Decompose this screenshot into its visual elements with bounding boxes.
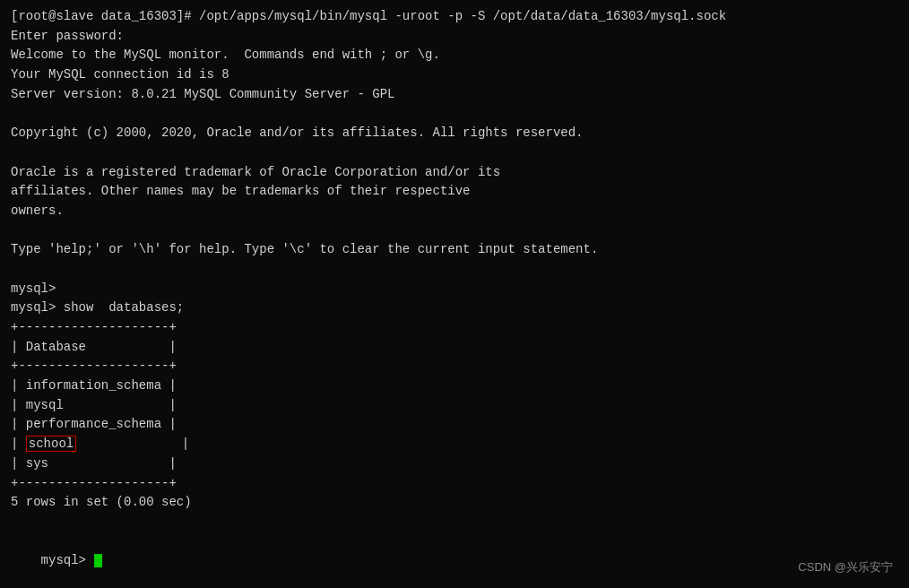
blank-line-3 [11, 221, 898, 241]
db-sys-row: | sys | [11, 454, 898, 474]
welcome-line: Welcome to the MySQL monitor. Commands e… [11, 46, 898, 65]
blank-line-2 [11, 143, 898, 163]
blank-line-5 [11, 513, 898, 532]
terminal-window: [root@slave data_16303]# /opt/apps/mysql… [0, 0, 909, 588]
oracle-line-2: affiliates. Other names may be trademark… [11, 182, 898, 202]
help-line: Type 'help;' or '\h' for help. Type '\c'… [11, 240, 898, 260]
copyright-line: Copyright (c) 2000, 2020, Oracle and/or … [11, 124, 898, 143]
db-information-schema: | information_schema | [11, 376, 898, 396]
final-mysql-prompt: mysql> [11, 532, 898, 588]
oracle-line-1: Oracle is a registered trademark of Orac… [11, 163, 898, 183]
blank-line-4 [11, 260, 898, 280]
mysql-prompt-empty: mysql> [11, 280, 898, 299]
watermark: CSDN @兴乐安宁 [798, 559, 893, 575]
server-version: Server version: 8.0.21 MySQL Community S… [11, 85, 898, 105]
oracle-line-3: owners. [11, 202, 898, 221]
table-border-top: +--------------------+ [11, 318, 898, 338]
school-highlight: school [26, 436, 76, 452]
db-performance-schema: | performance_schema | [11, 415, 898, 435]
db-mysql-row: | mysql | [11, 396, 898, 416]
cursor-block [94, 554, 102, 567]
show-databases-cmd: mysql> show databases; [11, 298, 898, 318]
blank-line-1 [11, 104, 898, 124]
table-header: | Database | [11, 338, 898, 358]
db-school-row: | school | [11, 435, 898, 454]
enter-password: Enter password: [11, 27, 898, 47]
connection-id: Your MySQL connection id is 8 [11, 65, 898, 85]
table-border-bot: +--------------------+ [11, 474, 898, 494]
table-border-mid: +--------------------+ [11, 357, 898, 376]
cmd-line: [root@slave data_16303]# /opt/apps/mysql… [11, 7, 898, 27]
rows-result: 5 rows in set (0.00 sec) [11, 493, 898, 513]
